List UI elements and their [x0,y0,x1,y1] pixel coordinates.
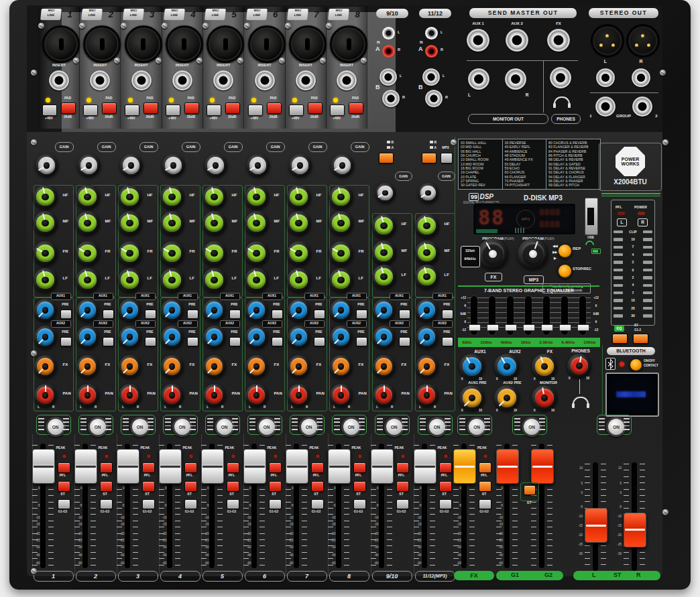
st-assign-button[interactable] [439,481,452,492]
channel-fader[interactable] [74,449,97,484]
pan-knob[interactable] [373,384,396,407]
geq-slider-cap[interactable] [541,324,553,331]
channel-on-button[interactable]: ON [384,417,404,437]
phantom-48v-button[interactable] [207,105,221,116]
channel-on-button[interactable]: ON [88,417,108,437]
program-fx-knob[interactable] [477,239,508,269]
pan-knob[interactable] [416,384,439,407]
pan-knob[interactable] [203,384,226,407]
pad-button[interactable] [308,103,323,114]
mf-knob[interactable] [76,211,100,235]
aux1-pre-button[interactable] [187,310,198,319]
channel-on-button[interactable]: ON [215,417,235,437]
fr-knob[interactable] [160,241,184,265]
g1-g2-button[interactable] [353,499,366,509]
aux2-pre-button[interactable] [145,337,156,346]
g1-g2-button[interactable] [311,499,324,509]
phones-knob[interactable] [567,354,591,378]
channel-on-button[interactable]: ON [427,417,447,437]
channel-on-button[interactable]: ON [46,417,66,437]
pfl-button[interactable] [227,462,239,473]
pan-knob[interactable] [76,384,99,407]
st-assign-button[interactable] [353,481,366,492]
aux2-pre-button[interactable] [229,337,241,346]
master-aux2-knob[interactable] [494,354,520,379]
master-aux1-pre-knob[interactable] [459,385,485,411]
g1-g2-button[interactable] [396,499,409,509]
rep-button[interactable] [557,243,573,259]
channel-fader[interactable] [243,449,266,484]
lf-knob[interactable] [245,268,269,292]
aux2-pre-button[interactable] [442,337,453,346]
mf-knob[interactable] [329,211,353,235]
gain-knob[interactable] [78,154,101,177]
g1-g2-button[interactable] [269,499,282,509]
channel-on-button[interactable]: ON [299,417,319,437]
aux2-knob[interactable] [76,326,99,348]
channel-fader[interactable] [117,449,139,484]
channel-on-button[interactable]: ON [172,417,192,437]
hf-knob[interactable] [287,185,311,209]
group-on-button[interactable]: ON [522,417,542,437]
fx-g1g2-button[interactable] [479,499,491,509]
aux1-pre-button[interactable] [103,310,114,319]
aux1-pre-button[interactable] [145,310,156,319]
st-g12-button[interactable] [633,334,648,344]
st-assign-button[interactable] [58,481,70,492]
channel-fader[interactable] [371,449,394,484]
pfl-button[interactable] [396,462,409,473]
channel-on-button[interactable]: ON [130,417,150,437]
aux1-pre-button[interactable] [399,310,410,319]
master-aux1-knob[interactable] [459,354,485,379]
g1-fader[interactable] [496,449,519,484]
phantom-48v-button[interactable] [248,105,263,116]
lf-knob[interactable] [160,268,184,292]
pad-button[interactable] [225,103,240,114]
mf-knob[interactable] [372,241,396,265]
phantom-48v-button[interactable] [330,105,345,116]
aux1-pre-button[interactable] [229,310,241,319]
aux1-knob[interactable] [330,299,353,322]
mp3-select-button[interactable] [441,153,453,163]
fr-knob[interactable] [202,241,227,265]
bluetooth-pair-button[interactable] [629,358,643,372]
fx-st-button[interactable] [479,481,491,492]
fx-knob[interactable] [330,355,353,378]
lf-knob[interactable] [415,265,439,289]
g1-g2-button[interactable] [227,499,239,509]
aux2-knob[interactable] [34,326,57,348]
program-mp3-knob[interactable] [518,239,548,269]
g1-g2-button[interactable] [142,499,155,509]
aux1-knob[interactable] [161,299,184,322]
hf-knob[interactable] [415,214,439,238]
aux2-pre-button[interactable] [356,337,367,346]
mf-knob[interactable] [160,211,184,235]
channel-fader[interactable] [286,449,308,484]
aux1-knob[interactable] [416,299,439,322]
fx-knob[interactable] [203,355,226,378]
phantom-48v-button[interactable] [83,105,98,116]
gain-knob[interactable] [36,154,58,177]
geq-slider-cap[interactable] [505,324,517,331]
pan-knob[interactable] [161,384,184,407]
st-assign-button[interactable] [184,481,197,492]
fx-knob[interactable] [119,355,141,378]
hf-knob[interactable] [245,185,269,209]
pfl-button[interactable] [353,462,366,473]
aux1-pre-button[interactable] [314,310,325,319]
master-r-fader[interactable] [624,513,646,547]
lf-knob[interactable] [76,268,100,292]
mf-knob[interactable] [245,211,269,235]
aux2-pre-button[interactable] [187,337,198,346]
a-b-select-button[interactable] [379,153,394,163]
fr-knob[interactable] [76,241,100,265]
pfl-button[interactable] [58,462,70,473]
geq-slider-cap[interactable] [577,324,589,331]
aux2-pre-button[interactable] [103,337,114,346]
hf-knob[interactable] [329,185,353,209]
mf-knob[interactable] [202,211,227,235]
lf-knob[interactable] [202,268,227,292]
monitor-knob[interactable] [532,385,557,411]
aux1-knob[interactable] [373,299,396,322]
geq-slider-cap[interactable] [559,324,571,331]
